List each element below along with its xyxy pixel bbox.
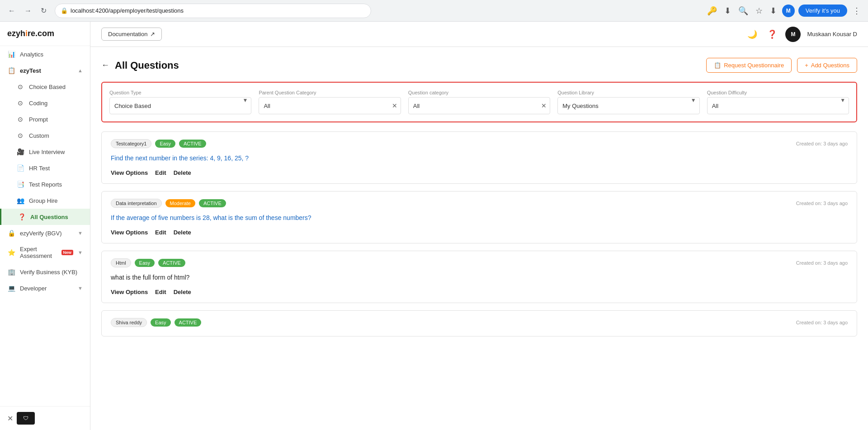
card-tags-0: Testcategory1 Easy ACTIVE xyxy=(111,139,206,148)
reload-btn[interactable]: ↻ xyxy=(38,5,49,17)
sidebar-item-prompt[interactable]: ⊙ Prompt xyxy=(0,111,90,127)
view-options-btn-1[interactable]: View Options xyxy=(111,229,148,236)
view-options-btn-0[interactable]: View Options xyxy=(111,169,148,176)
sidebar-item-ezytest[interactable]: 📋 ezyTest ▲ xyxy=(0,62,90,79)
user-name: Muskaan Kousar D xyxy=(807,31,857,37)
question-library-select-wrap: My Questions All Questions ▼ xyxy=(557,97,699,114)
parent-category-clear-btn[interactable]: ✕ xyxy=(392,102,397,109)
sidebar-item-group-hire[interactable]: 👥 Group Hire xyxy=(0,192,90,209)
delete-btn-1[interactable]: Delete xyxy=(174,229,191,236)
user-initials: M xyxy=(791,31,795,37)
download-icon[interactable]: ⬇ xyxy=(722,4,733,18)
documentation-btn[interactable]: Documentation ↗ xyxy=(101,28,162,41)
difficulty-tag-1: Moderate xyxy=(165,199,195,207)
page-header: ← All Questions 📋 Request Questionnaire … xyxy=(101,58,857,73)
request-questionnaire-label: Request Questionnaire xyxy=(724,62,784,69)
sidebar-item-all-questions[interactable]: ❓ All Questions xyxy=(0,209,90,225)
created-text-2: Created on: 3 days ago xyxy=(796,260,848,266)
browser-actions: 🔑 ⬇ 🔍 ☆ ⬇ M Verify it's you ⋮ xyxy=(705,4,863,18)
help-btn[interactable]: ❓ xyxy=(765,28,779,41)
test-reports-icon: 📑 xyxy=(16,181,24,188)
zoom-icon[interactable]: 🔍 xyxy=(736,4,750,18)
sidebar-item-developer[interactable]: 💻 Developer ▼ xyxy=(0,280,90,296)
sidebar-item-expert-assessment-label: Expert Assessment xyxy=(20,246,55,259)
question-library-select[interactable]: My Questions All Questions xyxy=(557,97,699,114)
question-category-clear-btn[interactable]: ✕ xyxy=(541,102,547,109)
coding-icon: ⊙ xyxy=(16,99,24,107)
sidebar-item-test-reports[interactable]: 📑 Test Reports xyxy=(0,176,90,192)
sidebar-item-hr-test[interactable]: 📄 HR Test xyxy=(0,160,90,176)
card-actions-2: View Options Edit Delete xyxy=(111,289,848,295)
category-tag-3: Shiva reddy xyxy=(111,318,147,327)
key-icon[interactable]: 🔑 xyxy=(705,4,719,18)
live-interview-icon: 🎥 xyxy=(16,148,24,155)
back-nav-btn[interactable]: ← xyxy=(5,5,18,17)
sidebar-item-all-questions-label: All Questions xyxy=(30,214,68,220)
edit-btn-1[interactable]: Edit xyxy=(155,229,166,236)
difficulty-tag-2: Easy xyxy=(135,259,155,267)
expert-assessment-expand-icon: ▼ xyxy=(78,250,83,255)
sidebar-item-live-interview[interactable]: 🎥 Live Interview xyxy=(0,144,90,160)
question-card-1: Data interpretation Moderate ACTIVE Crea… xyxy=(101,191,857,243)
card-tags-3: Shiva reddy Easy ACTIVE xyxy=(111,318,201,327)
new-badge: New xyxy=(61,250,74,255)
ezytest-icon: 📋 xyxy=(7,67,15,74)
sidebar-item-coding[interactable]: ⊙ Coding xyxy=(0,95,90,111)
verify-btn[interactable]: Verify it's you xyxy=(798,5,847,17)
add-questions-btn[interactable]: + Add Questions xyxy=(797,58,857,73)
questionnaire-icon: 📋 xyxy=(714,62,721,69)
edit-btn-0[interactable]: Edit xyxy=(155,169,166,176)
sidebar-bottom: ✕ 🛡 xyxy=(0,406,90,430)
close-icon: ✕ xyxy=(7,414,13,423)
card-top-3: Shiva reddy Easy ACTIVE Created on: 3 da… xyxy=(111,318,848,327)
difficulty-tag-0: Easy xyxy=(155,140,175,148)
sidebar-item-analytics[interactable]: 📊 Analytics xyxy=(0,46,90,62)
ezytest-expand-icon: ▲ xyxy=(78,68,83,73)
question-type-select[interactable]: Choice Based Coding Prompt Custom xyxy=(109,97,251,114)
status-tag-0: ACTIVE xyxy=(179,140,206,148)
page-title-row: ← All Questions xyxy=(101,60,179,71)
address-bar[interactable]: 🔒 localhost:4200/app/employer/test/quest… xyxy=(55,4,371,18)
forward-nav-btn[interactable]: → xyxy=(22,5,34,17)
dark-mode-btn[interactable]: 🌙 xyxy=(745,28,759,41)
question-library-label: Question Library xyxy=(557,90,699,95)
card-top-2: Html Easy ACTIVE Created on: 3 days ago xyxy=(111,258,848,267)
sidebar-item-custom-label: Custom xyxy=(29,132,49,139)
sidebar-item-choice-based[interactable]: ⊙ Choice Based xyxy=(0,79,90,95)
sidebar-item-ezyverify[interactable]: 🔒 ezyVerify (BGV) ▼ xyxy=(0,225,90,241)
choice-based-icon: ⊙ xyxy=(16,83,24,90)
top-nav-right: 🌙 ❓ M Muskaan Kousar D xyxy=(745,27,857,42)
add-icon: + xyxy=(805,62,808,69)
hr-test-icon: 📄 xyxy=(16,164,24,172)
question-type-label: Question Type xyxy=(109,90,251,95)
browser-menu-icon[interactable]: ⋮ xyxy=(851,4,863,18)
back-btn[interactable]: ← xyxy=(101,61,109,70)
expert-assessment-icon: ⭐ xyxy=(7,249,15,256)
sidebar-item-expert-assessment[interactable]: ⭐ Expert Assessment New ▼ xyxy=(0,241,90,264)
developer-expand-icon: ▼ xyxy=(78,285,83,291)
parent-category-input-wrap: ✕ xyxy=(259,97,401,114)
url-text: localhost:4200/app/employer/test/questio… xyxy=(71,7,184,14)
delete-btn-0[interactable]: Delete xyxy=(174,169,191,176)
request-questionnaire-btn[interactable]: 📋 Request Questionnaire xyxy=(706,58,792,73)
user-avatar: M xyxy=(785,27,801,42)
verify-avatar: M xyxy=(782,5,795,17)
sidebar-item-prompt-label: Prompt xyxy=(29,116,48,123)
edit-btn-2[interactable]: Edit xyxy=(155,289,166,295)
card-actions-0: View Options Edit Delete xyxy=(111,169,848,176)
menu-download-icon[interactable]: ⬇ xyxy=(768,4,778,18)
sidebar-item-live-interview-label: Live Interview xyxy=(29,149,65,155)
question-category-input[interactable] xyxy=(408,97,550,114)
delete-btn-2[interactable]: Delete xyxy=(174,289,191,295)
sidebar-item-verify-business[interactable]: 🏢 Verify Business (KYB) xyxy=(0,264,90,280)
card-top-1: Data interpretation Moderate ACTIVE Crea… xyxy=(111,199,848,208)
browser-bar: ← → ↻ 🔒 localhost:4200/app/employer/test… xyxy=(0,0,868,22)
all-questions-icon: ❓ xyxy=(18,213,26,220)
view-options-btn-2[interactable]: View Options xyxy=(111,289,148,295)
question-difficulty-select[interactable]: All Easy Moderate Hard xyxy=(707,97,849,114)
star-icon[interactable]: ☆ xyxy=(754,4,764,18)
add-questions-label: Add Questions xyxy=(811,62,849,69)
parent-category-input[interactable] xyxy=(259,97,401,114)
sidebar-item-coding-label: Coding xyxy=(29,100,47,107)
sidebar-item-custom[interactable]: ⊙ Custom xyxy=(0,127,90,144)
